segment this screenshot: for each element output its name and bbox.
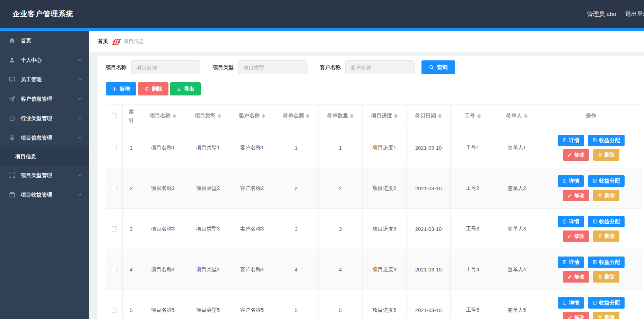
sort-icon xyxy=(218,114,221,118)
trash-icon xyxy=(598,315,602,319)
cell-signer: 签单人1 xyxy=(495,127,539,168)
col-header-amount[interactable]: 签单金额 xyxy=(274,104,319,127)
edit-button[interactable]: 修改 xyxy=(563,230,589,242)
sort-icon xyxy=(394,114,398,118)
breadcrumb-home[interactable]: 首页 xyxy=(98,38,108,45)
cell-index: 2 xyxy=(123,168,140,209)
table-row: 3 项目名称3 项目类型3 客户名称3 3 3 项目进度3 2021-03-10… xyxy=(106,209,643,249)
col-header-ops: 操作 xyxy=(539,104,643,127)
cell-name: 项目名称4 xyxy=(140,249,186,290)
sort-icon xyxy=(262,114,265,118)
breadcrumb-separator-glyph: ∰ xyxy=(112,38,120,45)
sidebar-item-profile[interactable]: 个人中心 xyxy=(0,50,89,70)
pencil-icon xyxy=(567,274,572,279)
sort-icon xyxy=(350,114,354,118)
add-button[interactable]: 新增 xyxy=(106,82,136,95)
cell-amount: 2 xyxy=(274,168,319,209)
filter-form: 项目名称 项目类型 客户名称 查询 xyxy=(106,60,644,74)
row-delete-button[interactable]: 删除 xyxy=(593,190,619,201)
logout-link[interactable]: 退出登录 xyxy=(625,10,644,18)
query-button[interactable]: 查询 xyxy=(421,60,455,74)
row-delete-button[interactable]: 删除 xyxy=(593,312,619,319)
sidebar-item-project-info-mgmt[interactable]: 项目信息管理 xyxy=(0,128,89,148)
col-header-date[interactable]: 签订日期 xyxy=(407,104,451,127)
sidebar-item-home[interactable]: 首页 xyxy=(0,31,89,50)
cell-progress: 项目进度1 xyxy=(363,127,407,168)
row-checkbox[interactable] xyxy=(112,226,117,232)
row-delete-button[interactable]: 删除 xyxy=(593,149,619,161)
select-all-checkbox[interactable] xyxy=(112,113,117,118)
cell-date: 2021-03-10 xyxy=(407,168,451,209)
sort-icon xyxy=(306,114,310,118)
profit-allocation-button[interactable]: 收益分配 xyxy=(588,216,625,227)
sidebar-item-project-types[interactable]: 项目类型管理 xyxy=(0,166,89,185)
delete-button[interactable]: 删除 xyxy=(138,82,168,95)
col-header-customer[interactable]: 客户名称 xyxy=(230,104,274,127)
cell-amount: 3 xyxy=(274,209,319,249)
project-type-input[interactable] xyxy=(238,60,307,74)
detail-button[interactable]: 详情 xyxy=(558,216,584,227)
user-icon xyxy=(9,57,16,64)
edit-button[interactable]: 修改 xyxy=(563,312,589,319)
cell-type: 项目类型4 xyxy=(186,249,230,290)
export-button[interactable]: 导出 xyxy=(170,82,201,95)
pencil-icon xyxy=(567,234,572,238)
row-delete-button[interactable]: 删除 xyxy=(593,271,619,283)
sidebar-subitem-label: 项目信息 xyxy=(15,153,36,160)
row-checkbox[interactable] xyxy=(112,145,117,150)
current-user[interactable]: 管理员 abo xyxy=(587,10,616,18)
cell-index: 1 xyxy=(123,127,140,168)
row-select-cell xyxy=(106,290,123,319)
sidebar-item-customers[interactable]: 客户信息管理 xyxy=(0,89,89,109)
detail-button[interactable]: 详情 xyxy=(558,135,584,146)
profit-allocation-button[interactable]: 收益分配 xyxy=(588,175,625,187)
row-delete-button[interactable]: 删除 xyxy=(593,230,619,242)
chevron-down-icon xyxy=(77,173,82,178)
edit-button[interactable]: 修改 xyxy=(563,190,589,201)
sidebar-subitem-project-info[interactable]: 项目信息 xyxy=(0,148,89,166)
trash-icon xyxy=(598,193,602,198)
power-icon xyxy=(9,115,16,122)
brackets-icon xyxy=(9,172,16,179)
sidebar-item-project-profit[interactable]: 项目收益管理 xyxy=(0,185,89,204)
row-checkbox[interactable] xyxy=(112,267,117,272)
cell-count: 3 xyxy=(319,209,363,249)
row-checkbox[interactable] xyxy=(112,186,117,191)
table-row: 1 项目名称1 项目类型1 客户名称1 1 1 项目进度1 2021-03-10… xyxy=(106,127,643,168)
document-icon xyxy=(562,219,567,224)
cell-worker: 工号1 xyxy=(451,127,495,168)
top-navbar: 企业客户管理系统 管理员 abo 退出登录 xyxy=(0,0,644,28)
sidebar-item-employees[interactable]: 员工管理 xyxy=(0,70,89,89)
home-icon xyxy=(9,37,16,44)
col-header-worker[interactable]: 工号 xyxy=(451,104,495,127)
cell-progress: 项目进度3 xyxy=(363,209,407,249)
customer-name-input[interactable] xyxy=(345,60,415,74)
cell-name: 项目名称5 xyxy=(140,290,186,319)
col-header-index: 索引 xyxy=(123,104,140,127)
project-name-input[interactable] xyxy=(131,60,200,74)
row-checkbox[interactable] xyxy=(112,308,117,313)
col-header-signer[interactable]: 签单人 xyxy=(495,104,539,127)
sidebar-item-industry-types[interactable]: 行业类型管理 xyxy=(0,109,89,128)
detail-button[interactable]: 详情 xyxy=(558,297,584,309)
project-name-label: 项目名称 xyxy=(106,64,127,71)
col-header-progress[interactable]: 项目进度 xyxy=(363,104,407,127)
cell-type: 项目类型3 xyxy=(186,209,230,249)
sidebar-item-label: 个人中心 xyxy=(21,57,42,64)
detail-button[interactable]: 详情 xyxy=(558,175,584,187)
profit-allocation-button[interactable]: 收益分配 xyxy=(588,257,625,268)
cell-count: 4 xyxy=(319,249,363,290)
cell-count: 5 xyxy=(319,290,363,319)
detail-button[interactable]: 详情 xyxy=(558,257,584,268)
profit-allocation-button[interactable]: 收益分配 xyxy=(588,135,625,146)
profit-allocation-button[interactable]: 收益分配 xyxy=(588,297,625,309)
col-header-name[interactable]: 项目名称 xyxy=(140,104,186,127)
col-header-type[interactable]: 项目类型 xyxy=(186,104,230,127)
sidebar-item-label: 客户信息管理 xyxy=(21,96,52,102)
cell-customer: 客户名称2 xyxy=(230,168,274,209)
edit-button[interactable]: 修改 xyxy=(563,149,589,161)
edit-button[interactable]: 修改 xyxy=(563,271,589,283)
col-header-count[interactable]: 签单数量 xyxy=(319,104,363,127)
document-icon xyxy=(592,138,597,143)
breadcrumb: 首页 ∰ 项目信息 xyxy=(89,31,644,52)
